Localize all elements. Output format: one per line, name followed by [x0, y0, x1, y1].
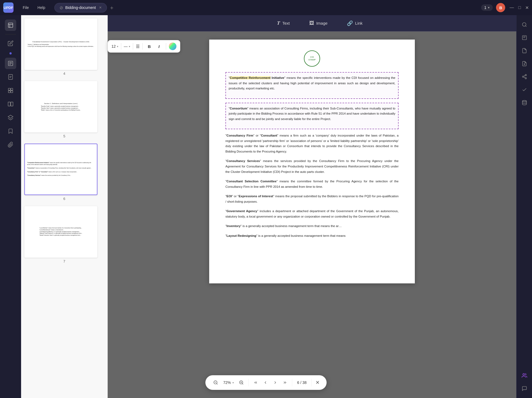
user-avatar[interactable]: B [496, 3, 505, 12]
menu-file[interactable]: File [19, 4, 33, 11]
text-tool-label: Text [282, 21, 290, 25]
para-consultant-selection: "Consultant Selection Committee" means t… [225, 179, 399, 189]
top-toolbar: 𝑻 Text 🖼 Image 🔗 Link [108, 15, 532, 31]
svg-line-29 [242, 383, 243, 384]
menu-bar: File Help [19, 4, 49, 11]
thumb-label-6: 6 [24, 197, 104, 201]
sidebar-clip-icon[interactable] [5, 139, 16, 150]
image-tool-button[interactable]: 🖼 Image [305, 18, 332, 28]
tab-add-icon[interactable]: ＋ [109, 4, 114, 11]
close-toolbar-button[interactable]: ✕ [314, 380, 321, 386]
thumb-img-5[interactable]: Section 1. Definitions and Interpretatio… [24, 81, 97, 132]
text-align-icon[interactable]: ☰ [136, 44, 140, 49]
link-tool-label: Link [355, 21, 363, 25]
svg-rect-7 [8, 91, 10, 93]
thumb-img-4[interactable]: Faisalabad Investment Corporation (FIC) … [24, 18, 97, 70]
svg-line-20 [524, 75, 525, 76]
italic-button[interactable]: I [155, 42, 163, 50]
sidebar-organize-icon[interactable] [5, 85, 16, 96]
tab-close-icon[interactable]: ✕ [99, 6, 102, 9]
thumb-text-6: "Competitive Reinforcement Initiative" m… [25, 160, 97, 179]
thumb-img-7[interactable]: "Local Member" means the local member of… [24, 206, 97, 258]
link-tool-button[interactable]: 🔗 Link [343, 18, 367, 28]
text-tool-icon: 𝑻 [277, 20, 280, 26]
svg-rect-6 [11, 88, 12, 90]
active-tab[interactable]: ⊘ Bidding-document ✕ [54, 3, 107, 12]
svg-rect-8 [11, 91, 12, 93]
bold-button[interactable]: B [145, 42, 153, 50]
sidebar-document-icon[interactable] [5, 20, 16, 31]
format-separator-3 [142, 43, 143, 50]
para-government-agency: "Government Agency" includes a departmen… [225, 209, 399, 219]
last-page-button[interactable] [280, 378, 290, 387]
right-check-icon[interactable] [519, 85, 530, 95]
format-separator-1 [121, 43, 121, 50]
sidebar-page-icon[interactable] [5, 71, 16, 83]
maximize-icon[interactable]: □ [518, 5, 521, 10]
term-consultant: Consultant [261, 134, 277, 137]
selected-paragraph-2: "Consortium" means an association of Con… [225, 103, 399, 130]
term-expressions: Expressions of Interest [239, 195, 273, 198]
close-window-icon[interactable]: ✕ [525, 5, 529, 10]
sidebar-bookmark-icon[interactable] [5, 125, 16, 137]
document-page: CDISTAMP "Competitive Reinforcement Init… [209, 40, 415, 283]
zoom-out-button[interactable] [211, 378, 221, 387]
next-page-button[interactable] [270, 378, 280, 387]
zoom-display: 72% ▾ [221, 380, 237, 385]
font-family-arrow-icon[interactable]: ▾ [129, 45, 130, 48]
zoom-value: 72% [223, 380, 231, 385]
svg-line-13 [525, 26, 526, 27]
link-tool-icon: 🔗 [347, 20, 353, 26]
format-separator-4 [166, 43, 166, 50]
term-consultant-selection: Consultant Selection Committee [226, 180, 277, 183]
title-bar: UPDF File Help ⊘ Bidding-document ✕ ＋ 1 … [0, 0, 532, 15]
svg-line-25 [216, 383, 217, 384]
para-consortium: "Consortium" means an association of Con… [229, 106, 395, 122]
minimize-icon[interactable]: — [510, 5, 514, 10]
thumb-text-5: Section 1. Definitions and Interpretatio… [39, 100, 83, 114]
right-search-icon[interactable] [519, 20, 530, 30]
window-controls: — □ ✕ [510, 5, 529, 10]
sidebar-active-dot [9, 52, 12, 54]
zoom-arrow-icon[interactable]: ▾ [232, 381, 234, 384]
sidebar-layers-icon[interactable] [5, 112, 16, 123]
first-page-button[interactable] [251, 378, 261, 387]
svg-rect-9 [8, 102, 10, 106]
svg-point-18 [525, 77, 526, 79]
right-extract-icon[interactable] [519, 46, 530, 56]
right-collab-icon[interactable] [519, 370, 530, 381]
thumb-page-4: Faisalabad Investment Corporation (FIC) … [24, 18, 104, 76]
thumb-page-6: "Competitive Reinforcement Initiative" m… [24, 144, 104, 201]
thumb-label-5: 5 [24, 134, 104, 138]
bottom-nav-separator-3 [311, 379, 312, 386]
svg-line-19 [524, 77, 525, 78]
sidebar-annotate-icon[interactable] [5, 58, 16, 69]
zoom-in-button[interactable] [237, 378, 246, 387]
para-consultancy-services: "Consultancy Services" means the service… [225, 158, 399, 174]
text-tool-button[interactable]: 𝑻 Text [273, 18, 294, 28]
right-ocr-icon[interactable] [519, 33, 530, 43]
page-nav: 1 ▾ [481, 4, 493, 11]
font-size-arrow-icon[interactable]: ▾ [117, 45, 118, 48]
right-export-icon[interactable] [519, 59, 530, 69]
sidebar-edit-icon[interactable] [5, 38, 16, 49]
term-initiative: Initiative [272, 76, 284, 79]
page-indicator: 1 [484, 5, 487, 10]
sidebar-compare-icon[interactable] [5, 98, 16, 110]
right-chat-icon[interactable] [519, 383, 530, 394]
thumb-img-6[interactable]: "Competitive Reinforcement Initiative" m… [24, 144, 97, 195]
page-nav-arrow[interactable]: ▾ [488, 6, 490, 9]
right-share-icon[interactable] [519, 72, 530, 82]
right-database-icon[interactable] [519, 98, 530, 108]
term-layout: Layout Redesigning [226, 234, 256, 237]
term-consortium: Consortium [230, 107, 247, 110]
svg-rect-4 [8, 75, 12, 79]
svg-point-22 [523, 374, 525, 376]
font-family-control: — ▾ [124, 44, 130, 48]
color-picker-button[interactable] [169, 43, 176, 50]
menu-help[interactable]: Help [34, 4, 49, 11]
svg-point-16 [525, 75, 526, 76]
term-inventory: Inventory [226, 224, 241, 228]
prev-page-button[interactable] [261, 378, 270, 387]
para-consultancy-firm: "Consultancy Firm" or "Consultant" means… [225, 133, 399, 154]
